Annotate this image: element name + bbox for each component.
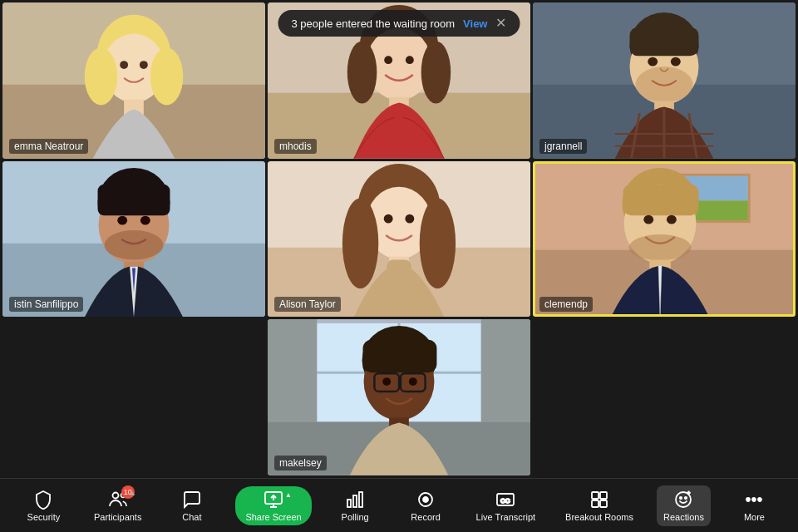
video-cell-jgrannell: jgrannell [533, 2, 796, 159]
emoji-icon: ✦ [673, 490, 693, 510]
svg-rect-73 [363, 340, 437, 373]
svg-rect-83 [347, 500, 351, 507]
svg-point-24 [648, 57, 658, 66]
breakout-rooms-icon [589, 490, 609, 510]
reactions-button[interactable]: ✦ Reactions [657, 485, 711, 526]
share-screen-button[interactable]: ▲ Share Screen [235, 486, 311, 525]
name-label-emma: emma Neatrour [9, 139, 88, 154]
notification-text: 3 people entered the waiting room [292, 17, 456, 30]
share-screen-chevron: ▲ [285, 491, 292, 499]
svg-point-16 [406, 56, 414, 64]
svg-rect-50 [387, 259, 411, 276]
name-label-justin: istin Sanfilippo [9, 297, 83, 312]
video-grid: emma Neatrour [0, 0, 798, 478]
record-dot-icon [416, 490, 436, 510]
svg-point-14 [421, 41, 451, 103]
reactions-icon: ✦ [673, 490, 693, 510]
more-button[interactable]: More [727, 485, 781, 526]
svg-point-7 [140, 61, 148, 69]
dots-icon [744, 490, 764, 510]
svg-point-98 [746, 498, 750, 501]
toolbar: Security 10 ▲ Participants [0, 478, 798, 532]
more-icon [744, 490, 764, 510]
video-bg-emma [2, 2, 265, 159]
svg-point-87 [423, 497, 428, 502]
svg-point-38 [140, 215, 150, 224]
participants-icon: 10 ▲ [108, 490, 128, 510]
svg-point-62 [629, 234, 692, 261]
svg-rect-69 [481, 319, 530, 421]
svg-rect-36 [98, 184, 170, 215]
participants-button[interactable]: 10 ▲ Participants [87, 485, 148, 526]
svg-point-15 [384, 56, 392, 64]
svg-rect-22 [630, 27, 699, 57]
svg-point-99 [752, 498, 756, 501]
polling-button[interactable]: Polling [328, 485, 382, 526]
record-button[interactable]: Record [399, 485, 453, 526]
svg-rect-92 [592, 500, 598, 507]
svg-rect-59 [623, 184, 699, 215]
name-label-clemendp: clemendp [539, 297, 593, 312]
video-cell-alison: Alison Taylor [268, 161, 530, 318]
breakout-rooms-button[interactable]: Breakout Rooms [559, 485, 640, 526]
record-label: Record [411, 512, 440, 522]
participants-chevron: ▲ [130, 490, 136, 497]
video-cell-makelsey: makelsey [268, 319, 530, 475]
svg-text:✦: ✦ [687, 490, 691, 495]
svg-text:CC: CC [500, 497, 510, 505]
svg-point-45 [342, 198, 378, 288]
name-label-jgrannell: jgrannell [539, 139, 587, 154]
share-screen-label: Share Screen [245, 512, 301, 522]
record-icon [416, 490, 436, 510]
grid-icon [589, 490, 609, 510]
svg-rect-84 [353, 495, 357, 507]
svg-point-60 [643, 214, 653, 224]
message-icon [182, 490, 202, 510]
reactions-label: Reactions [663, 512, 704, 522]
more-label: More [744, 512, 765, 522]
live-transcript-icon: CC [495, 490, 515, 510]
bar-chart-icon [345, 490, 365, 510]
video-bg-jgrannell [533, 2, 796, 159]
name-label-mhodis: mhodis [274, 139, 317, 154]
svg-point-4 [85, 47, 118, 105]
chat-icon [182, 490, 202, 510]
svg-point-47 [384, 214, 393, 223]
video-bg-makelsey [268, 319, 530, 475]
video-cell-emma: emma Neatrour [2, 2, 265, 159]
live-transcript-button[interactable]: CC Live Transcript [470, 485, 543, 526]
svg-point-78 [409, 377, 417, 386]
svg-point-95 [680, 496, 682, 498]
security-button[interactable]: Security [17, 485, 71, 526]
close-notification-button[interactable]: ✕ [495, 17, 506, 30]
svg-point-77 [382, 377, 391, 386]
svg-rect-91 [600, 492, 607, 499]
breakout-rooms-label: Breakout Rooms [565, 512, 633, 522]
svg-point-61 [667, 214, 677, 224]
chat-label: Chat [182, 512, 201, 522]
video-bg-clemendp [533, 161, 796, 318]
svg-point-96 [685, 496, 687, 498]
shield-icon [33, 490, 53, 510]
svg-point-46 [420, 198, 456, 288]
polling-label: Polling [342, 512, 369, 522]
video-cell-clemendp: clemendp [533, 161, 796, 318]
participants-label: Participants [94, 512, 141, 522]
screen-share-icon [264, 490, 283, 510]
main-container: emma Neatrour [0, 0, 798, 532]
share-screen-icon: ▲ [264, 490, 283, 510]
security-icon [33, 490, 53, 510]
svg-point-6 [120, 61, 128, 69]
video-bg-alison [268, 161, 530, 318]
svg-point-25 [671, 57, 681, 66]
svg-rect-93 [600, 500, 607, 507]
svg-point-80 [112, 492, 118, 498]
view-waiting-room-button[interactable]: View [463, 17, 487, 30]
svg-rect-85 [359, 492, 362, 507]
chat-button[interactable]: Chat [165, 485, 219, 526]
svg-rect-68 [268, 319, 317, 421]
svg-point-39 [104, 230, 163, 260]
cc-icon: CC [495, 490, 515, 510]
waiting-room-notification: 3 people entered the waiting room View ✕ [278, 10, 520, 37]
name-label-alison: Alison Taylor [274, 297, 341, 312]
